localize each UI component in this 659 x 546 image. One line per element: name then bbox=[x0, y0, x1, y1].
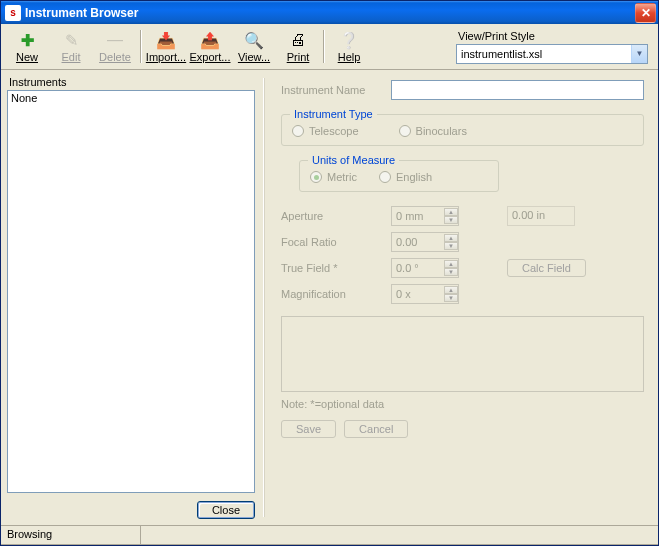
minus-icon: — bbox=[105, 30, 125, 50]
binoculars-radio: Binoculars bbox=[399, 125, 467, 137]
window-title: Instrument Browser bbox=[25, 6, 635, 20]
cancel-button: Cancel bbox=[344, 420, 408, 438]
calc-field-button: Calc Field bbox=[507, 259, 586, 277]
window-close-button[interactable]: ✕ bbox=[635, 3, 656, 23]
spinner-arrows: ▲▼ bbox=[444, 208, 458, 224]
close-icon: ✕ bbox=[641, 6, 651, 20]
metric-radio: Metric bbox=[310, 171, 357, 183]
save-button: Save bbox=[281, 420, 336, 438]
form-panel: Instrument Name Instrument Type Telescop… bbox=[273, 76, 652, 519]
radio-label: Metric bbox=[327, 171, 357, 183]
name-label: Instrument Name bbox=[281, 84, 391, 96]
magnification-spinner: 0 x ▲▼ bbox=[391, 284, 459, 304]
instruments-list[interactable]: None bbox=[7, 90, 255, 493]
style-area: View/Print Style instrumentlist.xsl ▼ bbox=[454, 26, 654, 67]
radio-icon bbox=[379, 171, 391, 183]
help-button[interactable]: ❔ Help bbox=[327, 26, 371, 67]
new-button[interactable]: ✚ New bbox=[5, 26, 49, 67]
vertical-separator bbox=[263, 78, 265, 517]
window: s Instrument Browser ✕ ✚ New ✎ Edit — De… bbox=[0, 0, 659, 546]
radio-label: English bbox=[396, 171, 432, 183]
style-select-value: instrumentlist.xsl bbox=[457, 48, 631, 60]
telescope-radio: Telescope bbox=[292, 125, 359, 137]
separator bbox=[140, 30, 141, 63]
import-icon: 📥 bbox=[156, 30, 176, 50]
radio-icon bbox=[399, 125, 411, 137]
body: Instruments None Close Instrument Name I… bbox=[1, 70, 658, 525]
note-text: Note: *=optional data bbox=[281, 398, 644, 410]
close-button[interactable]: Close bbox=[197, 501, 255, 519]
name-input[interactable] bbox=[391, 80, 644, 100]
truefield-spinner: 0.0 ° ▲▼ bbox=[391, 258, 459, 278]
print-button[interactable]: 🖨 Print bbox=[276, 26, 320, 67]
export-icon: 📤 bbox=[200, 30, 220, 50]
aperture-in-value: 0.00 in bbox=[507, 206, 575, 226]
spinner-arrows: ▲▼ bbox=[444, 234, 458, 250]
style-label: View/Print Style bbox=[458, 30, 648, 42]
edit-icon: ✎ bbox=[61, 30, 81, 50]
statusbar: Browsing bbox=[1, 525, 658, 545]
notes-area bbox=[281, 316, 644, 392]
status-text: Browsing bbox=[1, 526, 141, 545]
focal-label: Focal Ratio bbox=[281, 236, 391, 248]
english-radio: English bbox=[379, 171, 432, 183]
radio-label: Telescope bbox=[309, 125, 359, 137]
radio-label: Binoculars bbox=[416, 125, 467, 137]
spinner-arrows: ▲▼ bbox=[444, 260, 458, 276]
magnifier-icon: 🔍 bbox=[244, 30, 264, 50]
toolbar: ✚ New ✎ Edit — Delete 📥 Import... 📤 Expo… bbox=[1, 24, 658, 70]
spinner-arrows: ▲▼ bbox=[444, 286, 458, 302]
view-button[interactable]: 🔍 View... bbox=[232, 26, 276, 67]
type-group: Instrument Type Telescope Binoculars bbox=[281, 114, 644, 146]
focal-spinner: 0.00 ▲▼ bbox=[391, 232, 459, 252]
edit-button: ✎ Edit bbox=[49, 26, 93, 67]
delete-button: — Delete bbox=[93, 26, 137, 67]
instruments-label: Instruments bbox=[9, 76, 255, 88]
radio-icon bbox=[292, 125, 304, 137]
type-legend: Instrument Type bbox=[290, 108, 377, 120]
magnification-label: Magnification bbox=[281, 288, 391, 300]
aperture-mm-spinner: 0 mm ▲▼ bbox=[391, 206, 459, 226]
radio-icon bbox=[310, 171, 322, 183]
plus-icon: ✚ bbox=[17, 30, 37, 50]
export-button[interactable]: 📤 Export... bbox=[188, 26, 232, 67]
left-panel: Instruments None Close bbox=[7, 76, 255, 519]
import-button[interactable]: 📥 Import... bbox=[144, 26, 188, 67]
truefield-label: True Field * bbox=[281, 262, 391, 274]
printer-icon: 🖨 bbox=[288, 30, 308, 50]
status-empty bbox=[141, 526, 658, 545]
chevron-down-icon: ▼ bbox=[631, 45, 647, 63]
units-group: Units of Measure Metric English bbox=[299, 160, 499, 192]
help-icon: ❔ bbox=[339, 30, 359, 50]
app-icon: s bbox=[5, 5, 21, 21]
aperture-label: Aperture bbox=[281, 210, 391, 222]
titlebar: s Instrument Browser ✕ bbox=[1, 1, 658, 24]
style-select[interactable]: instrumentlist.xsl ▼ bbox=[456, 44, 648, 64]
list-item[interactable]: None bbox=[11, 92, 251, 104]
separator bbox=[323, 30, 324, 63]
units-legend: Units of Measure bbox=[308, 154, 399, 166]
